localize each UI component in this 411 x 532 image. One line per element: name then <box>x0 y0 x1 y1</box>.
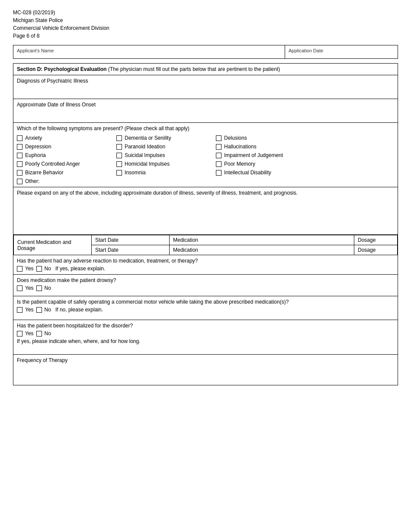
other-label: Other: <box>25 178 39 184</box>
label-dementia: Dementia or Senility <box>125 135 171 141</box>
drowsy-yn: Yes No <box>17 285 394 291</box>
symptom-poor-memory: Poor Memory <box>216 161 315 167</box>
hospitalized-yn: Yes No <box>17 330 394 337</box>
checkbox-intellectual[interactable] <box>216 170 222 176</box>
checkbox-drowsy-yes[interactable] <box>17 285 22 291</box>
label-drowsy-yes: Yes <box>25 285 34 291</box>
checkbox-judgement[interactable] <box>216 153 222 158</box>
symptom-depression: Depression <box>17 144 116 150</box>
agency: Michigan State Police <box>13 16 398 24</box>
label-judgement: Impairment of Judgement <box>224 152 283 158</box>
label-hosp-yes: Yes <box>25 330 34 337</box>
checkbox-other[interactable] <box>17 179 22 184</box>
label-adverse-yes: Yes <box>25 266 34 272</box>
checkbox-hosp-yes[interactable] <box>17 331 22 337</box>
symptom-bizarre: Bizarre Behavior <box>17 170 116 176</box>
symptom-suicidal: Suicidal Impulses <box>116 152 216 158</box>
adverse-question: Has the patient had any adverse reaction… <box>17 258 394 264</box>
checkbox-insomnia[interactable] <box>116 170 122 176</box>
label-drowsy-no: No <box>45 285 51 291</box>
medication-table: Current Medication and Dosage Start Date… <box>13 235 398 255</box>
label-delusions: Delusions <box>224 135 247 141</box>
capable-explain: If no, please explain. <box>55 307 103 313</box>
section-title-bold: Section D: Psychological Evaluation <box>17 66 106 72</box>
label-anxiety: Anxiety <box>25 135 42 141</box>
drowsy-question: Does medication make the patient drowsy? <box>17 277 394 283</box>
capable-row: Is the patient capable of safely operati… <box>13 296 398 320</box>
checkbox-hosp-no[interactable] <box>36 331 42 337</box>
symptoms-section: Which of the following symptoms are pres… <box>13 123 398 187</box>
expand-label: Please expand on any of the above, inclu… <box>17 190 298 196</box>
symptom-dementia: Dementia or Senility <box>116 135 216 141</box>
onset-row: Approximate Date of Illness Onset <box>13 99 398 123</box>
section-d: Section D: Psychological Evaluation (The… <box>13 63 398 385</box>
label-homicidal: Homicidal Impulses <box>125 161 170 167</box>
checkbox-anxiety[interactable] <box>17 135 22 141</box>
symptom-hallucinations: Hallucinations <box>216 144 315 150</box>
application-date-field: Application Date <box>285 45 398 58</box>
label-bizarre: Bizarre Behavior <box>25 170 64 176</box>
expand-row: Please expand on any of the above, inclu… <box>13 187 398 235</box>
checkbox-drowsy-no[interactable] <box>36 285 42 291</box>
label-paranoid: Paranoid Ideation <box>125 144 165 150</box>
checkbox-hallucinations[interactable] <box>216 144 222 150</box>
form-header: MC-028 (02/2019) Michigan State Police C… <box>13 9 398 40</box>
label-intellectual: Intellectual Disability <box>224 170 271 176</box>
med-row-1: Current Medication and Dosage Start Date… <box>14 235 398 245</box>
hospitalized-row: Has the patient been hospitalized for th… <box>13 320 398 355</box>
hospitalized-note: If yes, please indicate when, where, and… <box>17 338 394 344</box>
checkbox-depression[interactable] <box>17 144 22 150</box>
capable-question: Is the patient capable of safely operati… <box>17 299 394 305</box>
applicant-name-field: Applicant's Name <box>13 45 285 58</box>
label-hallucinations: Hallucinations <box>224 144 257 150</box>
label-depression: Depression <box>25 144 51 150</box>
checkbox-homicidal[interactable] <box>116 161 122 167</box>
med-dosage-header-2: Dosage <box>354 245 398 255</box>
symptom-insomnia: Insomnia <box>116 170 216 176</box>
page-number: Page 6 of 8 <box>13 32 398 40</box>
symptom-euphoria: Euphoria <box>17 152 116 158</box>
adverse-yn: Yes No If yes, please explain. <box>17 266 394 272</box>
division: Commercial Vehicle Enforcement Division <box>13 24 398 32</box>
hospitalized-question: Has the patient been hospitalized for th… <box>17 323 394 329</box>
label-adverse-no: No <box>45 266 51 272</box>
frequency-label: Frequency of Therapy <box>17 357 394 363</box>
med-medication-header-1: Medication <box>170 235 354 245</box>
symptoms-grid: Anxiety Dementia or Senility Delusions D… <box>17 135 394 176</box>
label-insomnia: Insomnia <box>125 170 146 176</box>
med-start-date-header-2: Start Date <box>92 245 170 255</box>
capable-yn: Yes No If no, please explain. <box>17 307 394 313</box>
med-medication-header-2: Medication <box>170 245 354 255</box>
label-capable-yes: Yes <box>25 307 34 313</box>
symptoms-question: Which of the following symptoms are pres… <box>17 125 394 131</box>
checkbox-capable-yes[interactable] <box>17 307 22 313</box>
symptom-judgement: Impairment of Judgement <box>216 152 315 158</box>
drowsy-row: Does medication make the patient drowsy?… <box>13 275 398 296</box>
checkbox-capable-no[interactable] <box>36 307 42 313</box>
symptom-anxiety: Anxiety <box>17 135 116 141</box>
checkbox-bizarre[interactable] <box>17 170 22 176</box>
checkbox-adverse-yes[interactable] <box>17 266 22 272</box>
label-hosp-no: No <box>45 330 51 337</box>
section-title-sub: (The physician must fill out the parts b… <box>106 66 280 72</box>
checkbox-poor-memory[interactable] <box>216 161 222 167</box>
symptom-anger: Poorly Controlled Anger <box>17 161 116 167</box>
symptom-paranoid: Paranoid Ideation <box>116 144 216 150</box>
checkbox-adverse-no[interactable] <box>36 266 42 272</box>
med-start-date-header-1: Start Date <box>92 235 170 245</box>
label-capable-no: No <box>45 307 51 313</box>
label-anger: Poorly Controlled Anger <box>25 161 80 167</box>
diagnosis-label: Diagnosis of Psychiatric Illness <box>17 78 88 84</box>
checkbox-euphoria[interactable] <box>17 153 22 158</box>
other-row: Other: <box>17 178 394 184</box>
checkbox-dementia[interactable] <box>116 135 122 141</box>
med-label-cell: Current Medication and Dosage <box>14 235 92 255</box>
applicant-row: Applicant's Name Application Date <box>13 45 398 59</box>
adverse-row: Has the patient had any adverse reaction… <box>13 255 398 275</box>
checkbox-delusions[interactable] <box>216 135 222 141</box>
checkbox-anger[interactable] <box>17 161 22 167</box>
med-label: Current Medication and Dosage <box>17 239 71 251</box>
checkbox-paranoid[interactable] <box>116 144 122 150</box>
symptom-intellectual: Intellectual Disability <box>216 170 315 176</box>
checkbox-suicidal[interactable] <box>116 153 122 158</box>
